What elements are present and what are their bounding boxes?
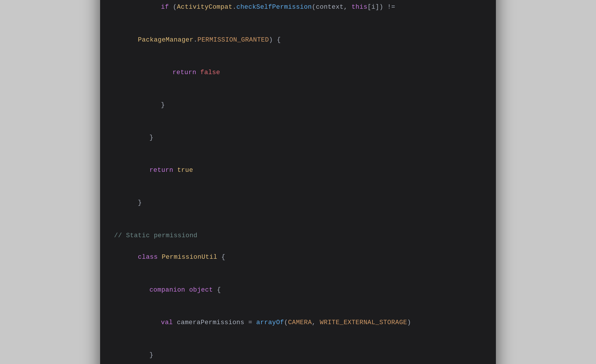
code-line-5: return false — [114, 56, 482, 89]
code-line-13: } — [114, 339, 482, 364]
code-line-3: if (ActivityCompat.checkSelfPermission(c… — [114, 0, 482, 24]
code-line-8: return true — [114, 154, 482, 187]
code-line-12: val cameraPermissions = arrayOf(CAMERA, … — [114, 306, 482, 339]
code-window: // Permission check extension private fu… — [100, 0, 496, 364]
code-line-6: } — [114, 89, 482, 121]
code-line-10: class PermissionUtil { — [114, 241, 482, 274]
code-line-4: PackageManager.PERMISSION_GRANTED) { — [114, 24, 482, 56]
code-editor: // Permission check extension private fu… — [100, 0, 496, 364]
code-line-11: companion object { — [114, 274, 482, 306]
code-line-9: } — [114, 187, 482, 219]
code-line-7: } — [114, 122, 482, 154]
comment-line-2: // Static permissiond — [114, 230, 482, 241]
blank-line-1 — [114, 219, 482, 230]
